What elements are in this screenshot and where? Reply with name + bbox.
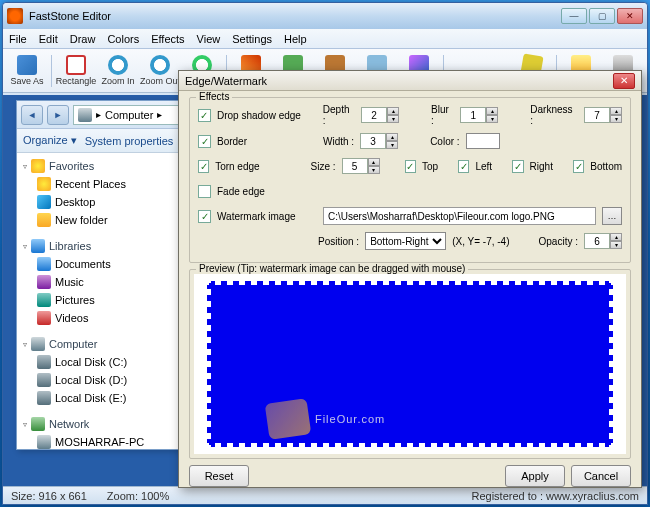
menu-colors[interactable]: Colors xyxy=(107,33,139,45)
menu-edit[interactable]: Edit xyxy=(39,33,58,45)
tree-item[interactable]: Documents xyxy=(19,255,183,273)
effects-fieldset: Effects Drop shadow edge Depth : ▴▾ Blur… xyxy=(189,97,631,263)
network-icon xyxy=(31,417,45,431)
border-checkbox[interactable] xyxy=(198,135,211,148)
music-icon xyxy=(37,275,51,289)
right-checkbox[interactable] xyxy=(512,160,523,173)
file-explorer: ◄ ► ▸ Computer ▸ Organize ▾ System prope… xyxy=(16,100,186,450)
depth-label: Depth : xyxy=(323,104,355,126)
explorer-header: ◄ ► ▸ Computer ▸ xyxy=(17,101,185,129)
preview-legend: Preview (Tip: watermark image can be dra… xyxy=(196,263,468,274)
menu-view[interactable]: View xyxy=(197,33,221,45)
cancel-button[interactable]: Cancel xyxy=(571,465,631,487)
blur-label: Blur : xyxy=(431,104,454,126)
torn-checkbox[interactable] xyxy=(198,160,209,173)
width-spinner[interactable]: ▴▾ xyxy=(360,133,398,149)
blur-spinner[interactable]: ▴▾ xyxy=(460,107,498,123)
darkness-label: Darkness : xyxy=(530,104,578,126)
tree-item[interactable]: Local Disk (C:) xyxy=(19,353,183,371)
preview-canvas[interactable]: FileOur.com xyxy=(194,274,626,454)
status-zoom: Zoom: 100% xyxy=(107,490,169,502)
opacity-spinner[interactable]: ▴▾ xyxy=(584,233,622,249)
back-button[interactable]: ◄ xyxy=(21,105,43,125)
menu-help[interactable]: Help xyxy=(284,33,307,45)
tree-item[interactable]: Music xyxy=(19,273,183,291)
color-picker[interactable] xyxy=(466,133,500,149)
tree-item[interactable]: Local Disk (D:) xyxy=(19,371,183,389)
menu-draw[interactable]: Draw xyxy=(70,33,96,45)
dialog-titlebar: Edge/Watermark ✕ xyxy=(179,71,641,91)
folder-tree: ▿Favorites Recent Places Desktop New fol… xyxy=(17,153,185,463)
group-network[interactable]: ▿Network xyxy=(19,415,183,433)
tree-item[interactable]: Videos xyxy=(19,309,183,327)
minimize-button[interactable]: — xyxy=(561,8,587,24)
bottom-checkbox[interactable] xyxy=(573,160,584,173)
watermark-logo-icon xyxy=(265,398,312,439)
apply-button[interactable]: Apply xyxy=(505,465,565,487)
tree-item[interactable]: MOSHARRAF-PC xyxy=(19,433,183,451)
pictures-icon xyxy=(37,293,51,307)
watermark-path-input[interactable] xyxy=(323,207,596,225)
libraries-icon xyxy=(31,239,45,253)
fade-checkbox[interactable] xyxy=(198,185,211,198)
menubar: File Edit Draw Colors Effects View Setti… xyxy=(3,29,647,49)
app-icon xyxy=(7,8,23,24)
width-label: Width : xyxy=(323,136,354,147)
tb-zoom-out[interactable]: Zoom Out xyxy=(140,51,180,91)
depth-spinner[interactable]: ▴▾ xyxy=(361,107,399,123)
separator xyxy=(51,55,52,87)
address-bar[interactable]: ▸ Computer ▸ xyxy=(73,105,181,125)
system-properties[interactable]: System properties xyxy=(85,135,174,147)
left-checkbox[interactable] xyxy=(458,160,469,173)
menu-settings[interactable]: Settings xyxy=(232,33,272,45)
computer-icon xyxy=(78,108,92,122)
size-spinner[interactable]: ▴▾ xyxy=(342,158,380,174)
tree-item[interactable]: New folder xyxy=(19,211,183,229)
organize-menu[interactable]: Organize ▾ xyxy=(23,134,77,147)
opacity-label: Opacity : xyxy=(539,236,578,247)
top-checkbox[interactable] xyxy=(405,160,416,173)
tb-rectangle[interactable]: Rectangle xyxy=(56,51,96,91)
disk-icon xyxy=(37,373,51,387)
folder-icon xyxy=(37,213,51,227)
preview-image: FileOur.com xyxy=(207,281,613,447)
watermark-label: Watermark image xyxy=(217,211,317,222)
effects-legend: Effects xyxy=(196,91,232,102)
tree-item[interactable]: Pictures xyxy=(19,291,183,309)
zoom-in-icon xyxy=(108,55,128,75)
favorites-icon xyxy=(31,159,45,173)
watermark-checkbox[interactable] xyxy=(198,210,211,223)
reset-button[interactable]: Reset xyxy=(189,465,249,487)
close-button[interactable]: ✕ xyxy=(617,8,643,24)
explorer-toolbar: Organize ▾ System properties xyxy=(17,129,185,153)
menu-effects[interactable]: Effects xyxy=(151,33,184,45)
tb-zoom-in[interactable]: Zoom In xyxy=(98,51,138,91)
watermark-overlay[interactable]: FileOur.com xyxy=(267,401,385,437)
menu-file[interactable]: File xyxy=(9,33,27,45)
maximize-button[interactable]: ▢ xyxy=(589,8,615,24)
tree-item[interactable]: Recent Places xyxy=(19,175,183,193)
group-favorites[interactable]: ▿Favorites xyxy=(19,157,183,175)
torn-edge-effect xyxy=(203,277,617,451)
drop-shadow-checkbox[interactable] xyxy=(198,109,211,122)
group-libraries[interactable]: ▿Libraries xyxy=(19,237,183,255)
tree-item[interactable]: Local Disk (E:) xyxy=(19,389,183,407)
tb-save-as[interactable]: Save As xyxy=(7,51,47,91)
browse-button[interactable]: … xyxy=(602,207,622,225)
recent-icon xyxy=(37,177,51,191)
computer-icon xyxy=(31,337,45,351)
forward-button[interactable]: ► xyxy=(47,105,69,125)
dialog-close-button[interactable]: ✕ xyxy=(613,73,635,89)
offset-label: (X, Y= -7, -4) xyxy=(452,236,509,247)
dialog-buttons: Reset Apply Cancel xyxy=(179,465,641,495)
border-label: Border xyxy=(217,136,317,147)
tree-item[interactable]: Desktop xyxy=(19,193,183,211)
titlebar: FastStone Editor — ▢ ✕ xyxy=(3,3,647,29)
drop-shadow-label: Drop shadow edge xyxy=(217,110,317,121)
position-select[interactable]: Bottom-Right xyxy=(365,232,446,250)
darkness-spinner[interactable]: ▴▾ xyxy=(584,107,622,123)
size-label: Size : xyxy=(304,161,336,172)
edge-watermark-dialog: Edge/Watermark ✕ Effects Drop shadow edg… xyxy=(178,70,642,488)
documents-icon xyxy=(37,257,51,271)
group-computer[interactable]: ▿Computer xyxy=(19,335,183,353)
